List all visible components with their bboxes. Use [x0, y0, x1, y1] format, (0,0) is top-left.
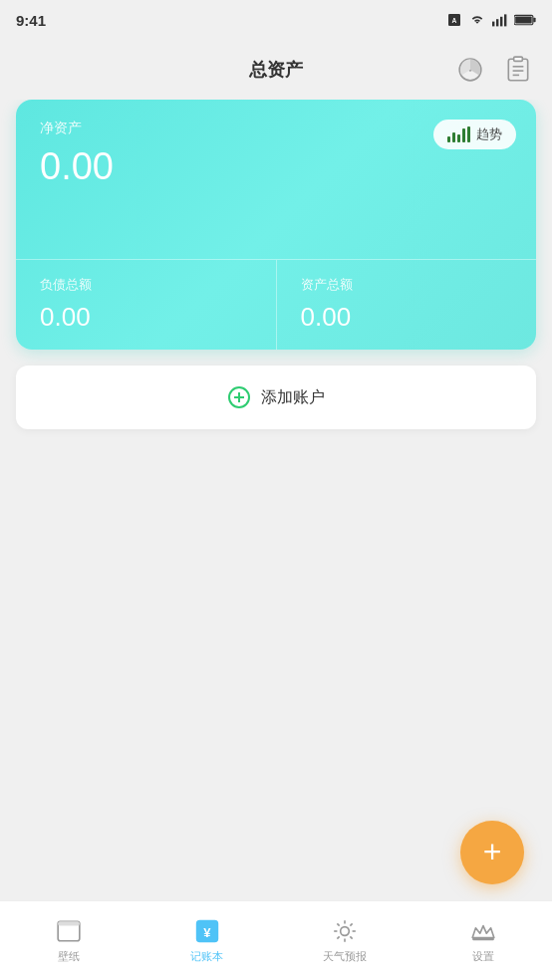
bar-3 — [457, 134, 460, 142]
clipboard-button[interactable] — [500, 52, 536, 88]
svg-rect-3 — [496, 19, 498, 26]
nav-label-ledger: 记账本 — [190, 949, 223, 964]
trend-button[interactable]: 趋势 — [433, 120, 516, 149]
nav-item-weather[interactable]: 天气预报 — [276, 917, 414, 964]
svg-line-27 — [338, 923, 340, 925]
svg-line-28 — [351, 936, 353, 938]
fab-button[interactable]: + — [460, 821, 524, 884]
svg-rect-8 — [515, 16, 532, 23]
svg-text:¥: ¥ — [203, 925, 211, 940]
total-assets-value: 0.00 — [301, 302, 513, 333]
svg-rect-10 — [508, 59, 527, 81]
chart-icon — [457, 57, 483, 83]
nav-item-settings[interactable]: 设置 — [414, 917, 553, 964]
status-icons: A — [446, 12, 536, 28]
header-actions — [452, 52, 536, 88]
liability-section: 负债总额 0.00 — [16, 260, 277, 350]
bar-5 — [467, 126, 470, 142]
svg-point-22 — [341, 927, 350, 936]
bar-2 — [452, 132, 455, 142]
android-icon: A — [446, 12, 462, 28]
settings-icon — [469, 917, 497, 945]
nav-label-settings: 设置 — [472, 949, 494, 964]
asset-card: 净资产 0.00 趋势 负债总额 0.00 资产总额 0.00 — [16, 100, 536, 350]
battery-icon — [514, 14, 536, 26]
net-assets-value: 0.00 — [40, 145, 512, 188]
nav-item-wallpaper[interactable]: 壁纸 — [0, 917, 138, 964]
total-assets-section: 资产总额 0.00 — [277, 260, 537, 350]
add-account-label: 添加账户 — [261, 387, 325, 408]
bar-1 — [447, 136, 450, 142]
svg-text:A: A — [452, 17, 457, 24]
svg-rect-4 — [500, 17, 502, 27]
nav-label-wallpaper: 壁纸 — [58, 949, 80, 964]
liability-value: 0.00 — [40, 302, 252, 333]
svg-rect-19 — [58, 921, 80, 925]
svg-rect-2 — [492, 22, 494, 27]
wallpaper-icon — [55, 917, 83, 945]
ledger-icon: ¥ — [193, 917, 221, 945]
add-account-button[interactable]: 添加账户 — [16, 366, 536, 429]
signal-icon — [492, 13, 508, 27]
svg-rect-31 — [472, 938, 494, 941]
fab-plus-icon: + — [483, 836, 502, 867]
chart-button[interactable] — [452, 52, 488, 88]
page-title: 总资产 — [249, 58, 303, 82]
liability-label: 负债总额 — [40, 276, 252, 294]
add-circle-icon — [227, 385, 251, 409]
svg-line-30 — [351, 923, 353, 925]
bottom-nav: 壁纸 ¥ 记账本 天气预报 — [0, 900, 552, 980]
asset-card-top: 净资产 0.00 趋势 — [16, 100, 536, 259]
header: 总资产 — [0, 40, 552, 100]
svg-rect-7 — [533, 18, 535, 23]
status-time: 9:41 — [16, 12, 46, 29]
svg-line-29 — [338, 936, 340, 938]
total-assets-label: 资产总额 — [301, 276, 513, 294]
bar-4 — [462, 128, 465, 142]
svg-rect-5 — [504, 14, 506, 26]
clipboard-icon — [505, 56, 531, 84]
main-content: 净资产 0.00 趋势 负债总额 0.00 资产总额 0.00 — [0, 100, 552, 429]
nav-item-ledger[interactable]: ¥ 记账本 — [138, 917, 277, 964]
wifi-icon — [468, 13, 486, 27]
trend-chart-icon — [447, 126, 470, 142]
status-bar: 9:41 A — [0, 0, 552, 40]
svg-rect-11 — [514, 57, 523, 61]
weather-icon — [331, 917, 359, 945]
nav-label-weather: 天气预报 — [323, 949, 367, 964]
asset-card-bottom: 负债总额 0.00 资产总额 0.00 — [16, 260, 536, 350]
trend-label: 趋势 — [476, 125, 502, 143]
